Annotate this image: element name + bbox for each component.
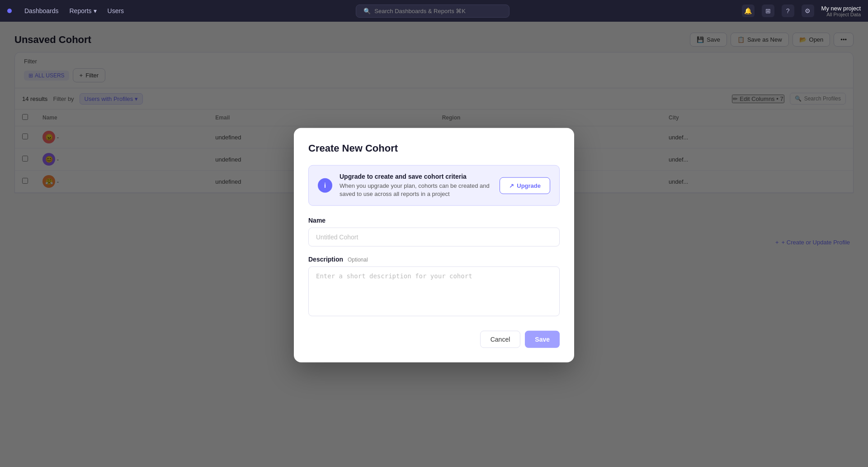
chevron-down-icon: ▾ xyxy=(94,7,97,14)
upgrade-text: Upgrade to create and save cohort criter… xyxy=(340,173,492,198)
modal-title: Create New Cohort xyxy=(308,143,560,154)
top-navigation: Dashboards Reports ▾ Users 🔍 Search Dash… xyxy=(0,0,868,22)
upgrade-button[interactable]: ↗ Upgrade xyxy=(500,177,550,194)
name-label: Name xyxy=(308,217,560,224)
upgrade-heading: Upgrade to create and save cohort criter… xyxy=(340,173,492,180)
search-icon: 🔍 xyxy=(363,8,371,14)
project-selector[interactable]: My new project All Project Data xyxy=(821,5,861,17)
upgrade-banner: i Upgrade to create and save cohort crit… xyxy=(308,165,560,206)
notifications-icon[interactable]: 🔔 xyxy=(742,5,755,17)
info-icon: i xyxy=(318,178,332,193)
optional-label: Optional xyxy=(348,257,368,263)
description-textarea[interactable] xyxy=(308,267,560,316)
create-cohort-modal: Create New Cohort i Upgrade to create an… xyxy=(294,128,574,362)
cancel-button[interactable]: Cancel xyxy=(480,331,521,348)
grid-icon[interactable]: ⊞ xyxy=(762,5,774,17)
modal-actions: Cancel Save xyxy=(308,331,560,348)
help-icon[interactable]: ? xyxy=(782,5,794,17)
nav-item-reports[interactable]: Reports ▾ xyxy=(70,7,97,14)
external-link-icon: ↗ xyxy=(509,182,514,189)
settings-icon[interactable]: ⚙ xyxy=(802,5,814,17)
topnav-right: 🔔 ⊞ ? ⚙ My new project All Project Data xyxy=(742,5,861,17)
nav-item-dashboards[interactable]: Dashboards xyxy=(24,7,59,14)
name-input[interactable] xyxy=(308,228,560,247)
search-area: 🔍 Search Dashboards & Reports ⌘K xyxy=(135,5,731,18)
nav-item-users[interactable]: Users xyxy=(108,7,124,14)
modal-save-button[interactable]: Save xyxy=(525,331,560,348)
description-label: Description Optional xyxy=(308,256,560,263)
search-box[interactable]: 🔍 Search Dashboards & Reports ⌘K xyxy=(356,5,509,18)
app-logo xyxy=(7,9,14,13)
upgrade-description: When you upgrade your plan, cohorts can … xyxy=(340,182,492,198)
logo-dot xyxy=(7,9,12,13)
